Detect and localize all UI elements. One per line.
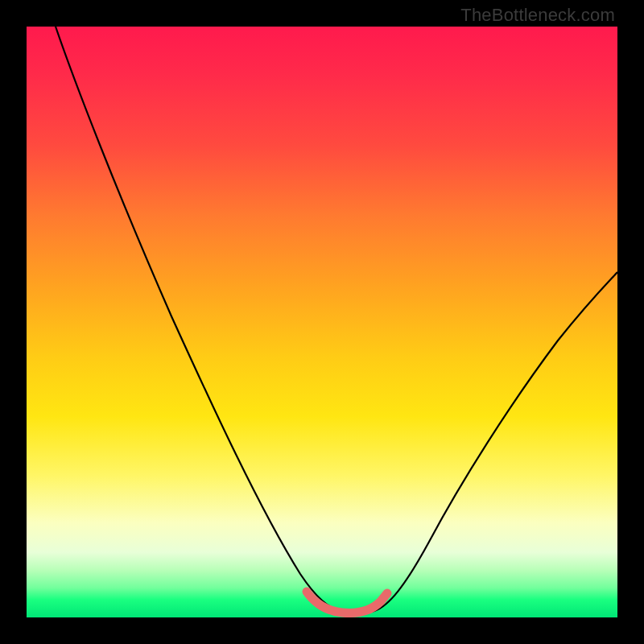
watermark-text: TheBottleneck.com: [460, 5, 615, 26]
plot-area: [27, 27, 617, 617]
chart-frame: TheBottleneck.com: [0, 0, 644, 644]
curve-svg: [27, 27, 617, 617]
optimal-range-highlight: [307, 592, 387, 613]
bottleneck-curve: [56, 27, 617, 613]
